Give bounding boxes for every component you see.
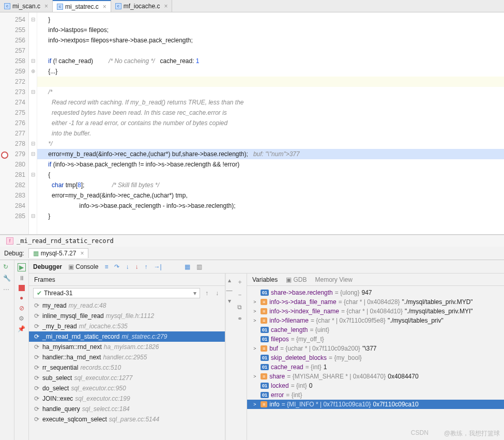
stack-frame[interactable]: ha_myisam::rnd_next ha_myisam.cc:1826 xyxy=(29,342,225,352)
link-icon[interactable]: ⚭ xyxy=(237,315,242,322)
step-over-icon[interactable]: ↷ xyxy=(114,263,119,270)
var-value: "./mysql/tables_priv" xyxy=(388,317,444,324)
frame-icon xyxy=(34,354,40,361)
stack-frame[interactable]: execute_sqlcom_select sql_parse.cc:5144 xyxy=(29,414,225,424)
stack-frame[interactable]: rr_sequential records.cc:510 xyxy=(29,362,225,373)
variable-row[interactable]: >≡ share = {MYISAM_SHARE * | 0x4084470} … xyxy=(247,372,504,381)
pause-icon[interactable]: ⏸ xyxy=(19,275,25,282)
var-type-badge: ≡ xyxy=(261,401,267,407)
resume-icon[interactable]: ▶ xyxy=(18,263,26,271)
view-breakpoints-icon[interactable]: ● xyxy=(20,294,23,301)
stack-frame[interactable]: my_read my_read.c:48 xyxy=(29,300,225,311)
tab-console[interactable]: ▣ Console xyxy=(68,263,98,270)
frame-icon xyxy=(34,312,40,320)
evaluate-icon[interactable]: ▦ xyxy=(185,263,190,270)
variable-row[interactable]: 01 error = {int} xyxy=(247,390,504,400)
frame-icon xyxy=(34,323,40,330)
var-type: = {ulong} xyxy=(335,289,360,296)
frame-location: sql_executor.cc:199 xyxy=(75,395,130,402)
thread-selector[interactable]: ✔ Thread-31 ▾ xyxy=(33,288,200,298)
variable-row[interactable]: >≡ info = {MI_INFO * | 0x7f110c09ca10} 0… xyxy=(247,400,504,409)
prev-frame-icon[interactable]: ↑ xyxy=(203,290,210,297)
pin-icon[interactable]: 📌 xyxy=(18,325,25,332)
expand-icon[interactable]: > xyxy=(251,402,258,407)
fold-column[interactable]: ⊟⊟⊕⊟⊟⊟⊟⊟ xyxy=(29,12,37,234)
frame-location: mysql_file.h:1112 xyxy=(106,312,154,320)
variable-row[interactable]: >≡ info->filename = {char * | 0x7f110c09… xyxy=(247,316,504,325)
debug-side-toolbar-2: ▶ ⏸ ● ⊘ ⚙ 📌 xyxy=(14,260,29,440)
stack-frame[interactable]: handle_query sql_select.cc:184 xyxy=(29,404,225,414)
copy-icon[interactable]: ⧉ xyxy=(237,304,242,311)
file-tab-label: mi_scan.c xyxy=(12,3,40,10)
tab-memory-view[interactable]: Memory View xyxy=(315,276,353,283)
force-step-into-icon[interactable]: ↓ xyxy=(135,263,138,270)
variable-row[interactable]: >≡ buf = {uchar * | 0x7f110c09a200} "\37… xyxy=(247,344,504,353)
variable-row[interactable]: 01 cache_read = {int} 1 xyxy=(247,362,504,372)
show-exec-point-icon[interactable]: ≡ xyxy=(104,263,108,270)
frame-icon xyxy=(34,333,40,340)
stack-frame[interactable]: inline_mysql_file_read mysql_file.h:1112 xyxy=(29,311,225,321)
close-icon[interactable]: × xyxy=(78,250,84,257)
code-editor[interactable]: 2542552562572582592722732742752762772782… xyxy=(0,12,504,235)
stack-frame[interactable]: JOIN::exec sql_executor.cc:199 xyxy=(29,393,225,404)
var-type-badge: 01 xyxy=(261,327,269,333)
var-type: = {char * | 0x4084d10} xyxy=(341,308,403,315)
app-icon: ▦ xyxy=(33,250,39,257)
expand-icon[interactable]: > xyxy=(251,309,258,314)
frame-function: execute_sqlcom_select xyxy=(42,416,107,423)
expand-icon[interactable]: > xyxy=(251,318,258,323)
expand-icon[interactable]: > xyxy=(251,374,258,379)
stop-icon[interactable] xyxy=(19,285,25,291)
stack-frame[interactable]: sub_select sql_executor.cc:1277 xyxy=(29,373,225,383)
expand-icon[interactable]: > xyxy=(251,346,258,351)
variables-list[interactable]: 01 share->base.reclength = {ulong} 947>≡… xyxy=(247,286,504,440)
variables-pane: Variables ▣ GDB Memory View 01 share->ba… xyxy=(247,274,504,440)
function-icon: f xyxy=(6,237,13,245)
remove-watch-icon[interactable]: － xyxy=(237,291,243,299)
more-icon[interactable]: ⋯ xyxy=(3,286,11,294)
variable-row[interactable]: 01 filepos = {my_off_t} xyxy=(247,335,504,344)
breadcrumb-bar: f _mi_read_rnd_static_record xyxy=(0,235,504,247)
rerun-icon[interactable]: ↻ xyxy=(3,263,11,271)
layout-icon[interactable]: ▥ xyxy=(196,263,202,270)
var-value: "./mysql/tables_priv.MYD" xyxy=(402,298,473,306)
frame-function: do_select xyxy=(42,385,69,392)
debug-config-tab[interactable]: ▦ mysql-5.7.27 × xyxy=(28,248,89,258)
add-watch-icon[interactable]: ＋ xyxy=(237,278,243,286)
variable-row[interactable]: 01 skip_deleted_blocks = {my_bool} xyxy=(247,353,504,362)
variable-row[interactable]: 01 cache_length = {uint} xyxy=(247,325,504,335)
wrench-icon[interactable]: 🔧 xyxy=(3,275,11,283)
code-area[interactable]: } info->lastpos= filepos; info->nextpos=… xyxy=(37,12,504,234)
close-icon[interactable]: × xyxy=(162,3,167,10)
run-to-cursor-icon[interactable]: →| xyxy=(154,263,161,270)
frames-scrollbar[interactable]: ▴—▾ xyxy=(225,274,233,440)
file-tab[interactable]: cmi_statrec.c× xyxy=(53,0,111,12)
stack-frame[interactable]: do_select sql_executor.cc:950 xyxy=(29,383,225,393)
mute-breakpoints-icon[interactable]: ⊘ xyxy=(19,305,24,312)
tab-debugger[interactable]: Debugger xyxy=(33,263,62,270)
frame-function: rr_sequential xyxy=(42,364,78,371)
variable-row[interactable]: 01 share->base.reclength = {ulong} 947 xyxy=(247,288,504,297)
variable-row[interactable]: >≡ info->s->data_file_name = {char * | 0… xyxy=(247,297,504,307)
var-type: = {my_bool} xyxy=(329,354,362,361)
var-type-badge: ≡ xyxy=(261,299,267,305)
variable-row[interactable]: 01 locked = {int} 0 xyxy=(247,381,504,390)
file-tab[interactable]: cmi_scan.c× xyxy=(0,0,53,12)
stack-frame[interactable]: _mi_read_rnd_static_record mi_statrec.c:… xyxy=(29,331,225,342)
close-icon[interactable]: × xyxy=(42,3,48,10)
stack-list[interactable]: my_read my_read.c:48inline_mysql_file_re… xyxy=(29,300,225,440)
tab-gdb[interactable]: ▣ GDB xyxy=(286,276,307,283)
step-into-icon[interactable]: ↓ xyxy=(126,263,129,270)
file-tab[interactable]: cmf_iocache.c× xyxy=(111,0,173,12)
next-frame-icon[interactable]: ↓ xyxy=(213,290,221,297)
close-icon[interactable]: × xyxy=(101,3,106,10)
stack-frame[interactable]: _my_b_read mf_iocache.c:535 xyxy=(29,321,225,331)
variable-row[interactable]: >≡ info->s->index_file_name = {char * | … xyxy=(247,307,504,316)
stack-frame[interactable]: handler::ha_rnd_next handler.cc:2955 xyxy=(29,352,225,362)
step-out-icon[interactable]: ↑ xyxy=(144,263,147,270)
settings-icon[interactable]: ⚙ xyxy=(19,315,24,322)
expand-icon[interactable]: > xyxy=(251,299,258,305)
tab-variables[interactable]: Variables xyxy=(252,276,278,283)
frames-pane: Frames ✔ Thread-31 ▾ ↑ ↓ my_read my_read… xyxy=(29,274,225,440)
frame-location: handler.cc:2955 xyxy=(103,354,147,361)
